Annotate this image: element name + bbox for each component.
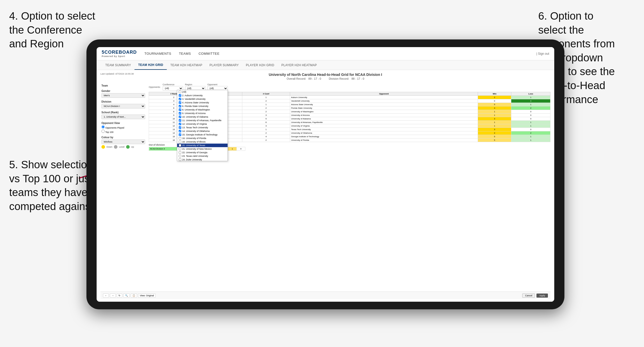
cell-conf: 2 xyxy=(242,106,290,110)
report-header: University of North Carolina Head-to-Hea… xyxy=(100,73,550,80)
opponent-view-label: Opponent View xyxy=(101,122,145,124)
dropdown-item[interactable]: 8. University of Washington xyxy=(177,108,228,112)
dropdown-item[interactable]: 16. University of Florida xyxy=(177,136,228,140)
apply-button[interactable]: Apply xyxy=(536,294,548,298)
out-div-loss: 0 xyxy=(237,147,245,151)
dropdown-item[interactable]: 15. Georgia Institute of Technology xyxy=(177,133,228,136)
toolbar-left: ← → ↻ 🔍 📋 View: Original xyxy=(103,294,156,298)
cell-conf: 3 xyxy=(242,114,290,117)
table-area: Opponents: Conference (All) Region (All) xyxy=(149,83,550,292)
division-select[interactable]: NCAA Division I xyxy=(101,104,145,108)
dropdown-item[interactable]: (All) xyxy=(177,90,228,94)
dropdown-item[interactable]: 14. University of Oklahoma xyxy=(177,129,228,133)
dropdown-item[interactable]: 21. University of New Mexico xyxy=(177,147,228,151)
nav-committee[interactable]: COMMITTEE xyxy=(199,52,220,55)
cell-loss: 0 xyxy=(511,117,550,121)
cell-loss: 0 xyxy=(511,128,550,131)
cell-conf: 1 xyxy=(242,128,290,131)
filters-row: Opponents: Conference (All) Region (All) xyxy=(149,83,550,91)
nav-tournaments[interactable]: TOURNAMENTS xyxy=(144,52,171,55)
nav-teams[interactable]: TEAMS xyxy=(179,52,191,55)
app-logo: 5COREBOARD Powered by Sport xyxy=(102,50,137,58)
reset-button[interactable]: ↻ xyxy=(117,294,122,298)
radio-opponents-played[interactable]: Opponents Played xyxy=(101,125,145,129)
dropdown-item[interactable]: 11. University of Arkansas, Fayetteville xyxy=(177,119,228,122)
dropdown-item[interactable]: 23. Texas A&M University xyxy=(177,154,228,158)
conference-filter: Conference (All) xyxy=(163,83,183,91)
cell-loss: 1 xyxy=(511,103,550,106)
cell-opponent: University of Alabama xyxy=(290,117,478,121)
tab-team-h2h-heatmap[interactable]: TEAM H2H HEATMAP xyxy=(167,60,206,70)
radio-top-100[interactable]: Top 100 xyxy=(101,130,145,133)
gender-section: Gender Men's xyxy=(101,90,145,98)
last-updated: Last Updated: 4/7/2024 16:55:38 xyxy=(100,73,134,75)
dropdown-item[interactable]: 2. Auburn University xyxy=(177,94,228,97)
school-label: School (Rank) xyxy=(101,111,145,114)
cancel-button[interactable]: Cancel xyxy=(522,294,535,298)
colour-level-label: Level xyxy=(119,146,125,148)
content-row: Team Gender Men's Division NCAA Division… xyxy=(100,83,550,292)
opponent-filter-label: Opponent xyxy=(207,83,228,86)
tab-player-h2h-heatmap[interactable]: PLAYER H2H HEATMAP xyxy=(278,60,321,70)
sign-out-link[interactable]: | Sign out xyxy=(536,52,549,55)
copy-button[interactable]: 📋 xyxy=(131,294,137,298)
annotation-opponent-view: 5. Show selection vs Top 100 or just tea… xyxy=(9,158,94,213)
colour-up xyxy=(126,145,130,149)
dropdown-item[interactable]: 20. University of Texas xyxy=(177,144,228,147)
tab-player-summary[interactable]: PLAYER SUMMARY xyxy=(206,60,242,70)
dropdown-item[interactable]: 24. Duke University xyxy=(177,158,228,161)
cell-conf: 5 xyxy=(242,117,290,121)
cell-conf: 3 xyxy=(242,124,290,128)
cell-loss: 2 xyxy=(511,106,550,110)
region-filter: Region (All) xyxy=(185,83,205,91)
cell-win: 0 xyxy=(478,99,511,103)
opponents-label: Opponents: xyxy=(149,86,161,88)
tablet-screen: 5COREBOARD Powered by Sport TOURNAMENTS … xyxy=(97,47,554,302)
cell-opponent: University of Washington xyxy=(290,110,478,114)
dropdown-item[interactable]: 10. University of Alabama xyxy=(177,115,228,119)
dropdown-item[interactable]: 6. Florida State University xyxy=(177,104,228,108)
dropdown-item[interactable]: 4. Arizona State University xyxy=(177,101,228,104)
cell-opponent: University of Arkansas, Fayetteville xyxy=(290,121,478,124)
dropdown-item[interactable]: 3. Vanderbilt University xyxy=(177,97,228,101)
division-record-value: 88 - 17 - 0 xyxy=(351,77,364,80)
overall-record-value: 89 - 17 - 0 xyxy=(308,77,321,80)
cell-opponent: Arizona State University xyxy=(290,103,478,106)
undo-button[interactable]: ← xyxy=(103,294,109,298)
cell-win: 1 xyxy=(478,110,511,114)
opponent-dropdown[interactable]: (All)2. Auburn University3. Vanderbilt U… xyxy=(177,90,228,161)
redo-button[interactable]: → xyxy=(110,294,116,298)
cell-loss: 0 xyxy=(511,110,550,114)
cell-opponent: University of Oklahoma xyxy=(290,131,478,135)
colour-by-select[interactable]: Win/loss xyxy=(101,140,145,144)
view-button[interactable]: View: Original xyxy=(138,294,156,298)
gender-label: Gender xyxy=(101,90,145,92)
school-select[interactable]: 1. University of Nort... xyxy=(101,115,145,119)
main-content: Last Updated: 4/7/2024 16:55:38 Universi… xyxy=(97,70,554,302)
cell-opponent: Auburn University xyxy=(290,96,478,99)
cell-loss: 2 xyxy=(511,131,550,135)
tab-player-h2h-grid[interactable]: PLAYER H2H GRID xyxy=(242,60,278,70)
cell-loss: 0 xyxy=(511,114,550,117)
dropdown-item[interactable]: 13. Texas Tech University xyxy=(177,126,228,129)
dropdown-item[interactable]: 22. University of Georgia xyxy=(177,151,228,154)
cell-conf: 4 xyxy=(242,135,290,138)
dropdown-item[interactable]: 18. University of Illinois xyxy=(177,140,228,144)
cell-win: 3 xyxy=(478,128,511,131)
tab-team-summary[interactable]: TEAM SUMMARY xyxy=(102,60,134,70)
annotation-conference-region: 4. Option to select the Conference and R… xyxy=(9,9,95,51)
gender-select[interactable]: Men's xyxy=(101,93,145,98)
dropdown-item[interactable]: 9. University of Arizona xyxy=(177,112,228,115)
conference-filter-label: Conference xyxy=(163,83,183,86)
colour-down xyxy=(101,145,105,149)
col-loss: Loss xyxy=(511,92,550,96)
zoom-button[interactable]: 🔍 xyxy=(123,294,130,298)
col-win: Win xyxy=(478,92,511,96)
cell-conf: 2 xyxy=(242,110,290,114)
cell-opponent: Vanderbilt University xyxy=(290,99,478,103)
colour-by-label: Colour by xyxy=(101,136,145,139)
tab-team-h2h-grid[interactable]: TEAM H2H GRID xyxy=(134,60,167,70)
colour-by-section: Colour by Win/loss Down Level Up xyxy=(101,136,145,149)
dropdown-item[interactable]: 12. University of Virginia xyxy=(177,122,228,126)
cell-conf: 2 xyxy=(242,138,290,142)
